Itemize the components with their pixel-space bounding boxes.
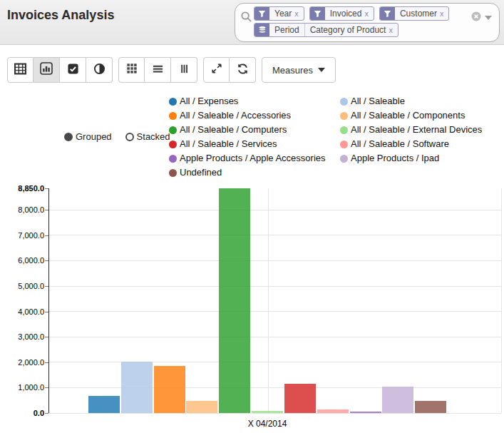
groupby-value: Category of Product: [310, 25, 386, 35]
horizontal-bars-button[interactable]: [145, 57, 171, 83]
legend-dot: [169, 126, 177, 134]
radio-selected-icon: [64, 133, 73, 141]
legend-dot: [340, 112, 348, 120]
gridline-horizontal: [49, 337, 501, 337]
legend-item[interactable]: All / Saleable / Accessories: [169, 108, 340, 123]
facet-remove-icon[interactable]: x: [440, 9, 444, 18]
bar-all-expenses[interactable]: [88, 396, 120, 413]
legend-label: All / Saleable: [351, 94, 405, 108]
legend-item[interactable]: All / Saleable: [340, 94, 482, 108]
y-tick-mark: [45, 312, 48, 312]
legend-item[interactable]: Undefined: [169, 165, 340, 180]
bar-all-saleable-software[interactable]: [317, 409, 349, 413]
legend-bar: Grouped Stacked All / ExpensesAll / Sale…: [64, 94, 504, 180]
y-axis-tick-label: 0.0: [0, 409, 44, 417]
facet-remove-icon[interactable]: x: [294, 9, 299, 18]
legend-dot: [340, 126, 348, 134]
y-tick-mark: [45, 286, 48, 287]
measures-button[interactable]: Measures: [262, 57, 336, 83]
legend-item[interactable]: All / Saleable / Services: [169, 137, 340, 151]
bar-all-saleable-external-devices[interactable]: [252, 411, 283, 413]
bar-all-saleable-computers[interactable]: [219, 188, 250, 413]
grouped-radio[interactable]: Grouped: [64, 94, 112, 180]
facet-remove-icon[interactable]: x: [364, 9, 369, 18]
bar-all-saleable-services[interactable]: [284, 384, 316, 413]
check-square-icon: [67, 63, 79, 78]
stacked-radio[interactable]: Stacked: [125, 94, 170, 180]
legend-item[interactable]: All / Saleable / Components: [340, 108, 482, 123]
y-tick-mark: [45, 235, 48, 236]
bar-all-saleable[interactable]: [121, 362, 153, 413]
bar-chart-view-button[interactable]: [34, 57, 60, 83]
y-tick-mark: [45, 362, 48, 363]
grid-dots-button[interactable]: [118, 57, 145, 83]
y-axis-tick-label: 3,000.0: [0, 332, 44, 341]
refresh-button[interactable]: [230, 57, 256, 83]
search-dropdown-caret[interactable]: [485, 16, 492, 20]
legend-dot: [169, 112, 177, 120]
facet-remove-icon[interactable]: x: [389, 26, 393, 34]
facet-invoiced[interactable]: Invoiced x: [309, 6, 374, 21]
gridline-horizontal: [49, 362, 501, 362]
table-view-button[interactable]: [7, 57, 34, 83]
facet-year[interactable]: Year x: [254, 6, 304, 21]
facet-groupby[interactable]: Period Category of Product x: [254, 23, 398, 37]
legend-item[interactable]: All / Saleable / Computers: [169, 123, 340, 137]
grid-dots-icon: [126, 63, 138, 77]
grouped-label: Grouped: [76, 130, 112, 144]
group-by-icon: [254, 24, 269, 36]
bar-apple-products-ipad[interactable]: [382, 387, 413, 413]
gridline-horizontal: [49, 235, 501, 235]
legend-item[interactable]: All / Expenses: [169, 94, 340, 108]
legend-item[interactable]: All / Saleable / External Devices: [340, 123, 482, 137]
legend-label: All / Saleable / Computers: [180, 123, 287, 137]
search-icon: [240, 11, 252, 26]
bar-undefined[interactable]: [415, 401, 446, 413]
vertical-bars-button[interactable]: [171, 57, 197, 83]
legend-label: All / Saleable / Accessories: [180, 108, 291, 123]
y-axis-tick-label: 8,850.0: [0, 184, 44, 193]
vertical-bars-icon: [178, 63, 190, 78]
gridline-vertical: [501, 188, 502, 413]
facet-label: Invoiced: [330, 9, 362, 19]
bar-all-saleable-components[interactable]: [186, 401, 217, 413]
check-view-button[interactable]: [60, 57, 86, 83]
y-tick-mark: [45, 260, 48, 261]
chart: X 04/2014 0.01,000.02,000.03,000.04,000.…: [0, 183, 504, 433]
legend-label: All / Saleable / Services: [180, 137, 277, 151]
groupby-value: Period: [274, 25, 299, 35]
legend-dot: [169, 169, 177, 177]
legend-label: All / Saleable / Components: [351, 108, 465, 123]
gridline-horizontal: [49, 210, 501, 210]
legend-item[interactable]: Apple Products / Apple Accessories: [169, 151, 340, 165]
filter-icon: [254, 7, 269, 20]
legend-item[interactable]: All / Saleable / Software: [340, 137, 482, 151]
app-header: Invoices Analysis Year x Invoiced: [0, 0, 504, 45]
facet-customer[interactable]: Customer x: [379, 6, 450, 21]
expand-button[interactable]: [203, 57, 230, 83]
y-axis-tick-label: 1,000.0: [0, 383, 44, 392]
bar-all-saleable-accessories[interactable]: [154, 366, 185, 413]
bar-apple-products-apple-accessories[interactable]: [350, 412, 381, 413]
clear-search-icon[interactable]: [471, 11, 481, 24]
y-tick-mark: [45, 387, 48, 388]
legend-dot: [340, 155, 348, 163]
legend-dot: [340, 98, 348, 106]
gridline-vertical: [268, 188, 269, 413]
contrast-view-button[interactable]: [86, 57, 113, 83]
refresh-icon: [237, 63, 249, 78]
gridline-horizontal: [49, 286, 501, 287]
search-box[interactable]: Year x Invoiced x Customer x: [235, 3, 500, 42]
contrast-icon: [93, 63, 106, 78]
y-tick-mark: [45, 210, 48, 210]
y-axis-tick-label: 7,000.0: [0, 231, 44, 240]
legend-dot: [340, 141, 348, 148]
radio-unselected-icon: [125, 133, 134, 141]
y-axis-tick-label: 2,000.0: [0, 358, 44, 367]
bar-chart-icon: [40, 62, 53, 78]
y-axis-tick-label: 4,000.0: [0, 307, 44, 316]
gridline-horizontal: [49, 387, 501, 388]
legend-item[interactable]: Apple Products / Ipad: [340, 151, 482, 165]
y-axis-tick-label: 6,000.0: [0, 256, 44, 265]
x-axis-label: X 04/2014: [225, 419, 310, 429]
